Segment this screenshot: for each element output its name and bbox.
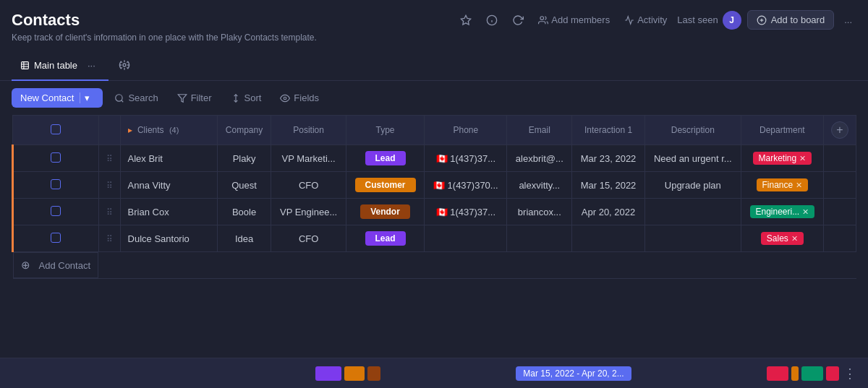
drag-handle[interactable]: ⠿ [106,234,113,244]
add-column-button[interactable]: + [831,121,848,139]
pill-sales [826,366,839,381]
row2-description-cell: Upgrade plan [644,172,741,199]
select-all-checkbox[interactable] [51,124,61,134]
search-button[interactable]: Search [107,89,165,107]
row3-checkbox[interactable] [51,206,61,216]
svg-point-13 [116,94,122,100]
activity-button[interactable]: Activity [620,12,671,28]
row1-email-cell: alexbrit@... [507,145,572,172]
pill-finance [791,366,799,381]
row3-phone-cell: 🇨🇦 1(437)37... [425,199,507,225]
search-label: Search [128,92,158,103]
more-options-button[interactable]: ... [840,12,856,28]
row3-company-cell: Boole [217,199,271,225]
tab-more-button[interactable]: ··· [83,57,100,74]
row1-interaction-cell: Mar 23, 2022 [572,145,645,172]
svg-rect-8 [22,62,29,69]
date-range-badge: Mar 15, 2022 - Apr 20, 2... [516,366,631,381]
activity-label: Activity [637,14,667,25]
col-type-header: Type [346,116,424,145]
tab-main-table[interactable]: Main table ··· [12,51,109,81]
tab-main-table-label: Main table [34,60,77,71]
row4-checkbox[interactable] [51,233,61,243]
row4-type-cell[interactable]: Lead [346,225,424,252]
bottom-more-button[interactable]: ⋮ [843,366,856,381]
add-contact-label[interactable]: Add Contact [39,260,91,271]
add-contact-cell[interactable]: ⊕ Add Contact [13,252,99,278]
row3-extra-cell [824,199,856,225]
row4-department-cell[interactable]: Sales ✕ [741,225,823,252]
col-description-header: Description [644,116,741,145]
row3-department-cell[interactable]: Engineeri... ✕ [741,199,823,225]
pill-lead [315,366,341,381]
row2-checkbox-cell[interactable] [13,172,99,199]
sort-button[interactable]: Sort [224,89,269,107]
clients-chevron[interactable]: ▸ [128,125,132,135]
new-contact-label: New Contact [20,92,80,103]
add-to-board-button[interactable]: Add to board [747,10,834,30]
drag-handle[interactable]: ⠿ [106,154,113,164]
fields-button[interactable]: Fields [273,89,326,107]
add-members-button[interactable]: Add members [534,12,614,28]
drag-handle[interactable]: ⠿ [106,181,113,191]
row1-company-cell: Plaky [217,145,271,172]
row2-name-cell[interactable]: Anna Vitty [120,172,217,199]
info-button[interactable] [482,12,502,29]
svg-marker-15 [178,94,187,102]
dept-tag-finance: Finance ✕ [757,178,809,191]
row1-description-cell: Need an urgent r... [644,145,741,172]
row4-name-cell[interactable]: Dulce Santorio [120,225,217,252]
page-subtitle: Keep track of client's information in on… [12,33,856,43]
col-checkbox-header[interactable] [13,116,99,145]
type-badge-lead2[interactable]: Lead [365,231,406,246]
row1-name-cell[interactable]: Alex Brit [120,145,217,172]
bottom-bar: Mar 15, 2022 - Apr 20, 2... ⋮ [0,358,868,388]
type-badge-lead[interactable]: Lead [365,151,406,165]
settings-icon[interactable] [116,56,133,76]
row3-checkbox-cell[interactable] [13,199,99,225]
new-contact-dropdown-arrow[interactable]: ▾ [80,92,94,103]
drag-handle[interactable]: ⠿ [106,207,113,217]
row4-drag-cell: ⠿ [98,225,120,252]
dept-remove-button[interactable]: ✕ [802,207,809,217]
row3-interaction-cell: Apr 20, 2022 [572,199,645,225]
type-badge-customer[interactable]: Customer [355,178,416,192]
row1-type-cell[interactable]: Lead [346,145,424,172]
filter-label: Filter [191,92,212,103]
sync-button[interactable] [508,12,528,29]
row3-drag-cell: ⠿ [98,199,120,225]
pill-marketing [767,366,788,381]
dept-summary-area: ⋮ [767,366,856,381]
row4-extra-cell [824,225,856,252]
row4-checkbox-cell[interactable] [13,225,99,252]
type-badge-vendor[interactable]: Vendor [360,204,410,219]
row1-department-cell[interactable]: Marketing ✕ [741,145,823,172]
dept-tag-marketing: Marketing ✕ [753,152,812,165]
row2-department-cell[interactable]: Finance ✕ [741,172,823,199]
row2-checkbox[interactable] [51,179,61,189]
row3-name-cell[interactable]: Brian Cox [120,199,217,225]
row2-drag-cell: ⠿ [98,172,120,199]
new-contact-button[interactable]: New Contact ▾ [12,88,103,108]
page-title-area: Contacts [12,11,80,30]
filter-button[interactable]: Filter [170,89,219,107]
dept-remove-button[interactable]: ✕ [791,234,798,243]
add-members-label: Add members [551,14,610,25]
row1-checkbox-cell[interactable] [13,145,99,172]
dept-remove-button[interactable]: ✕ [799,154,806,163]
add-to-board-label: Add to board [771,14,825,25]
row3-type-cell[interactable]: Vendor [346,199,424,225]
star-button[interactable] [456,12,476,29]
col-add-header[interactable]: + [824,116,856,145]
row2-interaction-cell: Mar 15, 2022 [572,172,645,199]
last-seen-label: Last seen [677,14,718,25]
row1-checkbox[interactable] [51,152,61,163]
row3-description-cell [644,199,741,225]
col-email-header: Email [507,116,572,145]
row4-phone-cell [425,225,507,252]
row4-company-cell: Idea [217,225,271,252]
row2-type-cell[interactable]: Customer [346,172,424,199]
dept-remove-button[interactable]: ✕ [796,181,802,190]
table-row: ⠿ Anna Vitty Quest CFO Customer 🇨🇦 1(437… [13,172,856,199]
pill-customer [344,366,365,381]
